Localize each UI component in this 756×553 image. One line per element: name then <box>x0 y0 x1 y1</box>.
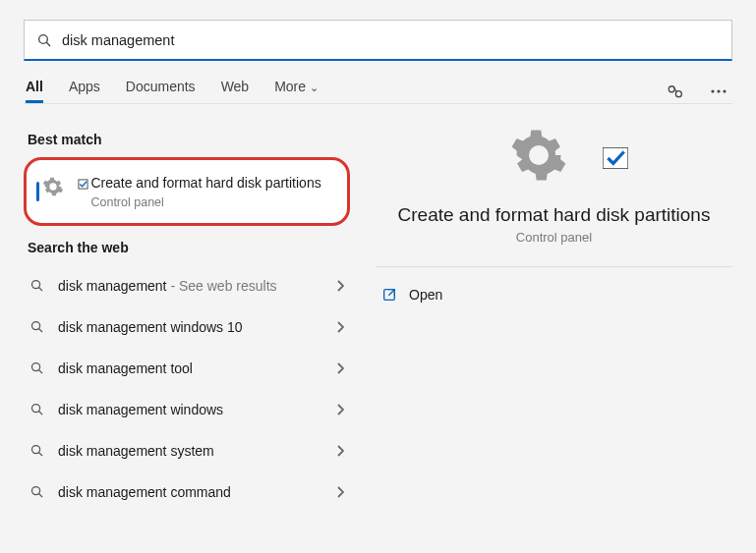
search-icon <box>36 32 52 48</box>
chevron-right-icon <box>336 404 344 415</box>
svg-point-6 <box>723 89 726 92</box>
web-result-text: disk management - See web results <box>58 278 277 294</box>
svg-point-14 <box>32 405 40 413</box>
svg-line-1 <box>46 42 50 46</box>
search-input[interactable] <box>62 32 720 48</box>
search-icon <box>29 443 44 458</box>
tab-label: Web <box>221 79 250 94</box>
open-label: Open <box>409 287 442 303</box>
search-icon <box>29 360 44 375</box>
svg-point-16 <box>32 446 40 454</box>
svg-point-12 <box>32 363 40 371</box>
selection-accent <box>36 182 39 201</box>
svg-point-4 <box>711 89 714 92</box>
preview-divider <box>376 266 732 267</box>
chevron-right-icon <box>336 321 344 333</box>
gear-icon <box>42 176 79 201</box>
svg-line-15 <box>39 412 42 415</box>
svg-point-8 <box>32 281 40 289</box>
svg-line-9 <box>39 288 42 291</box>
gear-icon-large <box>509 126 598 189</box>
search-icon <box>29 319 44 334</box>
tab-label: Apps <box>69 79 100 94</box>
open-action[interactable]: Open <box>376 283 732 306</box>
best-match-heading: Best match <box>28 132 350 147</box>
web-result-item[interactable]: disk management windows <box>24 389 350 430</box>
web-result-text: disk management windows <box>58 402 223 417</box>
tab-more[interactable]: More⌄ <box>274 79 319 103</box>
svg-line-17 <box>39 453 42 456</box>
search-box[interactable] <box>24 20 732 61</box>
web-result-item[interactable]: disk management windows 10 <box>24 306 350 348</box>
search-icon <box>29 484 44 499</box>
svg-rect-20 <box>603 147 628 169</box>
filter-tabs: All Apps Documents Web More⌄ <box>26 79 319 103</box>
tab-web[interactable]: Web <box>221 79 250 103</box>
tab-label: Documents <box>126 79 196 94</box>
best-match-subtitle: Control panel <box>90 195 320 209</box>
web-heading: Search the web <box>28 240 350 255</box>
chevron-right-icon <box>336 280 344 292</box>
chevron-down-icon: ⌄ <box>310 82 319 93</box>
web-result-text: disk management command <box>58 484 231 500</box>
preview-pane: Create and format hard disk partitions C… <box>376 118 732 306</box>
tab-documents[interactable]: Documents <box>126 79 196 103</box>
web-result-item[interactable]: disk management tool <box>24 348 350 389</box>
web-result-text: disk management system <box>58 443 214 459</box>
preview-subtitle: Control panel <box>516 230 592 245</box>
web-result-text: disk management windows 10 <box>58 319 243 335</box>
svg-line-11 <box>39 329 42 332</box>
svg-point-0 <box>39 34 48 43</box>
chevron-right-icon <box>336 486 344 498</box>
tabs-divider <box>24 103 732 104</box>
svg-line-22 <box>388 290 394 296</box>
web-result-item[interactable]: disk management - See web results <box>24 265 350 306</box>
svg-line-19 <box>39 494 42 497</box>
web-result-text: disk management tool <box>58 360 193 376</box>
tab-label: All <box>26 79 43 94</box>
search-icon <box>29 402 44 416</box>
open-icon <box>381 287 397 303</box>
svg-point-2 <box>669 85 674 91</box>
svg-point-18 <box>32 487 40 495</box>
svg-point-5 <box>717 89 720 92</box>
best-match-result[interactable]: Create and format hard disk partitions C… <box>24 157 350 226</box>
chevron-right-icon <box>336 362 344 374</box>
web-result-item[interactable]: disk management command <box>24 471 350 513</box>
tab-label: More <box>274 79 306 94</box>
preview-title: Create and format hard disk partitions <box>398 204 711 226</box>
search-icon <box>29 278 44 293</box>
more-options-icon[interactable] <box>707 80 730 103</box>
svg-point-10 <box>32 322 40 330</box>
web-results-list: disk management - See web resultsdisk ma… <box>24 265 350 513</box>
best-match-title: Create and format hard disk partitions <box>90 174 320 193</box>
tab-apps[interactable]: Apps <box>69 79 100 103</box>
chevron-right-icon <box>336 445 344 457</box>
web-result-item[interactable]: disk management system <box>24 430 350 471</box>
tab-all[interactable]: All <box>26 79 43 103</box>
svg-line-13 <box>39 370 42 373</box>
quick-actions-icon[interactable] <box>664 80 687 103</box>
svg-rect-7 <box>79 180 87 189</box>
